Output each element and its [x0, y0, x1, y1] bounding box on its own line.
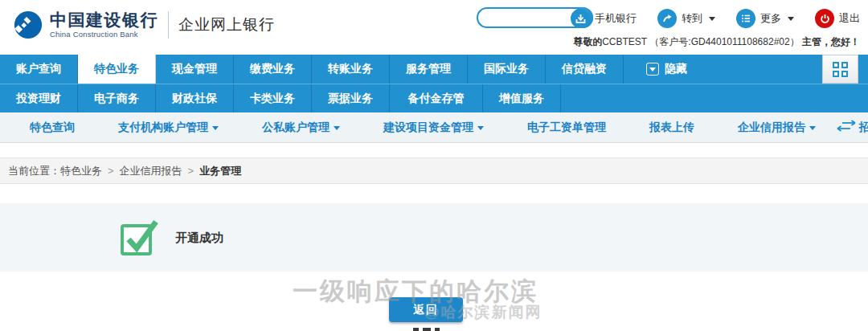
nav-tab-7[interactable]: 国际业务	[468, 55, 546, 84]
double-arrow-icon	[836, 119, 857, 133]
hide-icon	[646, 63, 659, 76]
brand-divider	[168, 11, 169, 39]
breadcrumb: 当前位置： 特色业务>企业信用报告>业务管理	[0, 157, 868, 184]
more-icon	[736, 9, 755, 28]
collapse-subnav-button[interactable]	[836, 119, 857, 137]
greeting-prefix: 尊敬的	[573, 36, 602, 47]
hide-label: 隐藏	[665, 62, 687, 76]
success-check-icon	[119, 216, 159, 258]
subnav-label: 电子工资单管理	[527, 121, 606, 135]
greeting-user: CCBTEST	[602, 36, 647, 47]
mobile-banking-label: 手机银行	[595, 11, 637, 26]
logout-button[interactable]: 退出	[815, 9, 860, 28]
chevron-down-icon	[477, 126, 484, 130]
nav2-tab-2[interactable]: 电子商务	[78, 84, 156, 112]
goto-label: 转到	[682, 11, 702, 26]
mobile-banking-link[interactable]: 手机银行	[571, 9, 637, 28]
goto-menu[interactable]: 转到	[657, 9, 715, 28]
breadcrumb-items: 特色业务>企业信用报告>业务管理	[60, 164, 241, 178]
nav2-tab-6[interactable]: 备付金存管	[390, 84, 483, 112]
nav2-tab-1[interactable]: 投资理财	[0, 84, 78, 112]
brand: 中国建设银行 China Construction Bank 企业网上银行	[13, 10, 275, 40]
subnav-label: 招投标业	[859, 121, 868, 135]
nav-tab-1[interactable]: 账户查询	[0, 55, 78, 84]
subnav-link-3[interactable]: 公私账户管理	[240, 121, 362, 135]
product-title: 企业网上银行	[178, 14, 275, 35]
more-menu[interactable]: 更多	[736, 9, 794, 28]
breadcrumb-item-2[interactable]: 企业信用报告	[120, 165, 182, 177]
back-button[interactable]: 返回	[389, 297, 463, 322]
greeting-suffix: 主管，您好！	[802, 36, 860, 47]
subnav-label: 公私账户管理	[262, 121, 330, 135]
user-greeting: 尊敬的CCBTEST （客户号:GD4401011108682#02） 主管，您…	[573, 35, 860, 49]
goto-icon	[657, 9, 677, 28]
nav2-tab-4[interactable]: 卡类业务	[234, 84, 312, 112]
subnav-link-1[interactable]: 特色查询	[8, 121, 96, 135]
brand-name-en: China Construction Bank	[50, 31, 158, 39]
nav-row1: 账户查询特色业务现金管理缴费业务转账业务服务管理国际业务信贷融资 隐藏	[0, 55, 868, 84]
subnav-link-6[interactable]: 报表上传	[628, 121, 716, 135]
chevron-down-icon	[809, 126, 816, 130]
breadcrumb-item-3: 业务管理	[199, 165, 241, 177]
nav-hide-toggle[interactable]: 隐藏	[646, 55, 687, 84]
breadcrumb-item-1[interactable]: 特色业务	[60, 165, 102, 177]
nav-tab-4[interactable]: 缴费业务	[234, 55, 312, 84]
nav-tab-2[interactable]: 特色业务	[78, 55, 156, 84]
apps-grid-button[interactable]	[822, 55, 858, 84]
mobile-banking-icon	[571, 9, 590, 28]
header: 中国建设银行 China Construction Bank 企业网上银行	[0, 0, 868, 55]
subnav-link-7[interactable]: 企业信用报告	[716, 121, 837, 135]
grid-icon	[833, 62, 848, 77]
subnav-label: 企业信用报告	[738, 121, 805, 135]
breadcrumb-prefix: 当前位置：	[8, 164, 60, 178]
page: 中国建设银行 China Construction Bank 企业网上银行	[0, 0, 868, 331]
more-label: 更多	[760, 11, 781, 26]
subnav-link-5[interactable]: 电子工资单管理	[506, 121, 628, 135]
subnav-link-2[interactable]: 支付机构账户管理	[96, 121, 240, 135]
subnav-label: 支付机构账户管理	[118, 121, 208, 135]
goto-caret-icon	[709, 17, 715, 21]
nav2-tab-3[interactable]: 财政社保	[156, 84, 234, 112]
logout-power-icon	[815, 9, 834, 28]
success-message: 开通成功	[175, 231, 223, 246]
nav-tab-8[interactable]: 信贷融资	[546, 55, 624, 84]
logout-label: 退出	[839, 11, 860, 26]
subnav-label: 特色查询	[30, 121, 75, 135]
brand-text: 中国建设银行 China Construction Bank	[50, 11, 158, 39]
greeting-account: （客户号:GD4401011108682#02）	[649, 36, 799, 47]
clipped-text-fragment	[413, 328, 450, 331]
nav-tab-3[interactable]: 现金管理	[156, 55, 234, 84]
nav-row2: 投资理财电子商务财政社保卡类业务票据业务备付金存管增值服务	[0, 84, 868, 112]
subnav-link-4[interactable]: 建设项目资金管理	[362, 121, 506, 135]
ccb-logo-icon	[13, 10, 43, 40]
subnav-label: 报表上传	[649, 121, 694, 135]
nav2-tab-5[interactable]: 票据业务	[312, 84, 390, 112]
more-caret-icon	[788, 17, 794, 21]
result-panel: 开通成功	[0, 203, 868, 272]
nav-tab-5[interactable]: 转账业务	[312, 55, 390, 84]
nav-tab-6[interactable]: 服务管理	[390, 55, 468, 84]
subnav-label: 建设项目资金管理	[383, 121, 473, 135]
subnav: 特色查询支付机构账户管理公私账户管理建设项目资金管理电子工资单管理报表上传企业信…	[0, 112, 868, 143]
breadcrumb-separator: >	[108, 165, 114, 177]
quick-links: 手机银行 转到	[571, 9, 860, 28]
breadcrumb-separator: >	[188, 165, 194, 177]
brand-name-cn: 中国建设银行	[50, 11, 158, 28]
search-input[interactable]	[485, 10, 571, 26]
chevron-down-icon	[212, 126, 219, 130]
chevron-down-icon	[334, 126, 340, 130]
nav2-tab-7[interactable]: 增值服务	[483, 84, 561, 112]
